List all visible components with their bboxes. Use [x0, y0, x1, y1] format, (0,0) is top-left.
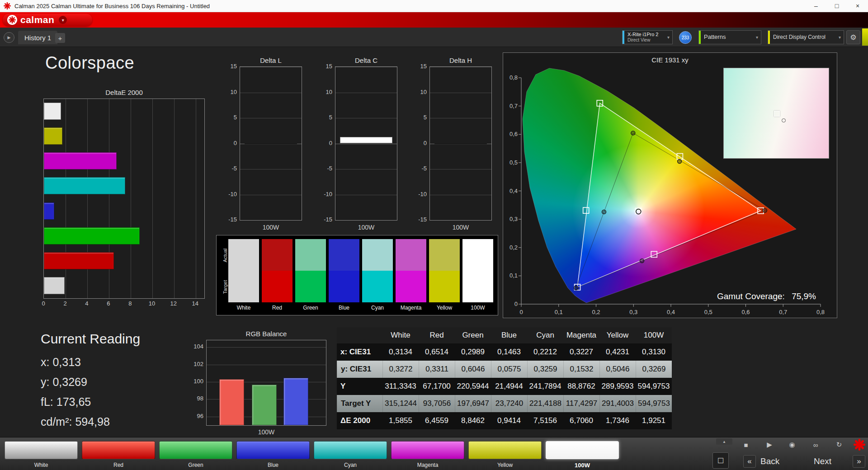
- refresh-icon-button[interactable]: ↻: [833, 440, 845, 450]
- pattern-label: 100W: [546, 462, 619, 469]
- window-title: Calman 2025 Calman Ultimate for Business…: [14, 3, 210, 9]
- deltae2000-chart-title: DeltaE 2000: [43, 89, 205, 96]
- table-cell: 0,3134: [382, 343, 419, 361]
- y-tick-label: 15: [313, 63, 332, 70]
- back-chevron-button[interactable]: «: [743, 455, 756, 468]
- pattern-cyan: Cyan: [314, 441, 387, 468]
- next-chevron-button[interactable]: »: [853, 455, 865, 468]
- swatch-label: Yellow: [429, 305, 460, 311]
- reading-x: x: 0,313: [41, 352, 140, 372]
- pattern-magenta: Magenta: [391, 441, 464, 468]
- table-header-yellow: Yellow: [599, 327, 636, 343]
- actual-swatch-white: [228, 239, 259, 271]
- table-cell: 311,3343: [382, 378, 419, 395]
- delta-c-title: Delta C: [335, 56, 397, 64]
- minimize-button[interactable]: –: [806, 0, 826, 12]
- gridline: [335, 220, 397, 221]
- table-cell: 23,7240: [491, 395, 527, 412]
- cie-x-tick: 0,8: [814, 309, 827, 315]
- table-cell: 1,9251: [636, 412, 672, 429]
- y-tick-label: 10: [218, 89, 237, 95]
- collapse-panel-button[interactable]: ▲: [716, 438, 732, 445]
- next-button[interactable]: Next: [814, 456, 831, 466]
- swatch-label: Magenta: [396, 305, 426, 311]
- page-title: Colorspace: [45, 53, 134, 73]
- pattern-button-red[interactable]: [82, 441, 155, 459]
- y-tick-label: -5: [408, 165, 427, 172]
- delta-c-chart: Delta C 100W 151050-5-10-15: [310, 56, 400, 234]
- table-header-magenta: Magenta: [563, 327, 599, 343]
- table-cell: 315,1244: [382, 395, 419, 412]
- table-cell: 0,1463: [491, 343, 527, 361]
- pattern-yellow: Yellow: [468, 441, 542, 468]
- y-tick-label: -10: [218, 191, 237, 197]
- deltae-bar-blue: [44, 202, 54, 220]
- pattern-button-white[interactable]: [5, 441, 78, 459]
- reading-fl: fL: 173,65: [41, 392, 140, 412]
- reading-cdm2: cd/m²: 594,98: [41, 412, 140, 432]
- meter-dropdown[interactable]: X-Rite i1Pro 2 Direct View ▾: [622, 30, 673, 44]
- actual-target-swatch-strip: ActualTargetWhiteRedGreenBlueCyanMagenta…: [216, 235, 498, 315]
- stop-icon-button[interactable]: ■: [740, 440, 752, 450]
- current-reading-panel: Current Reading x: 0,313 y: 0,3269 fL: 1…: [41, 331, 140, 432]
- add-tab-button[interactable]: +: [55, 33, 65, 43]
- camera-icon-button[interactable]: ◉: [786, 440, 798, 450]
- gridline: [335, 118, 397, 118]
- edge-accent-strip: [862, 28, 868, 46]
- display-control-dropdown[interactable]: Direct Display Control ▾: [768, 30, 844, 44]
- tab-scroll-button[interactable]: ▶: [4, 32, 14, 43]
- patterns-dropdown[interactable]: Patterns ▾: [698, 30, 761, 44]
- actual-swatch-blue: [329, 239, 359, 271]
- gridline: [430, 220, 491, 221]
- pattern-button-blue[interactable]: [236, 441, 310, 459]
- close-button[interactable]: ×: [847, 0, 868, 12]
- workflow-tab-bar: ▶ History 1 + X-Rite i1Pro 2 Direct View…: [0, 28, 868, 47]
- back-button[interactable]: Back: [760, 456, 779, 466]
- target-swatch-magenta: [396, 271, 426, 302]
- cie-1931-chart: CIE 1931 xy Gamut Coverage: 75,9% 00,10,…: [503, 52, 837, 318]
- table-cell: 0,1532: [563, 361, 599, 378]
- pattern-100w: 100W: [546, 441, 619, 469]
- y-tick-label: -15: [408, 216, 427, 223]
- pattern-button-cyan[interactable]: [314, 441, 387, 459]
- current-reading-title: Current Reading: [41, 331, 140, 347]
- pattern-button-green[interactable]: [159, 441, 232, 459]
- deltae-bar-100w: [44, 277, 65, 294]
- table-row: y: CIE310,32720,33110,60460,05750,32590,…: [337, 361, 672, 378]
- swatch-label: Blue: [329, 305, 359, 311]
- table-header-white: White: [382, 327, 419, 343]
- pattern-button-magenta[interactable]: [391, 441, 464, 459]
- y-tick-label: -10: [313, 191, 332, 197]
- pattern-button-yellow[interactable]: [468, 441, 542, 459]
- target-swatch-100w: [462, 271, 493, 302]
- deltae-bar-cyan: [44, 177, 125, 194]
- cie-y-tick: 0,5: [504, 159, 518, 166]
- display-control-label: Direct Display Control: [770, 34, 836, 41]
- pattern-window-button[interactable]: □: [712, 452, 729, 469]
- y-tick-label: 10: [408, 89, 427, 95]
- gridline: [430, 169, 491, 169]
- pattern-button-100w[interactable]: [546, 441, 619, 459]
- table-cell: 289,9593: [599, 378, 636, 395]
- calman-menu-button[interactable]: calman ▾: [3, 14, 92, 26]
- delta-h-chart: Delta H 100W 151050-5-10-15: [404, 56, 495, 234]
- table-cell: 0,2989: [455, 343, 491, 361]
- swatch-column-red: Red: [262, 239, 292, 311]
- tab-history-1[interactable]: History 1: [18, 31, 57, 44]
- rgb-balance-chart: 100W 1041021009896: [185, 340, 330, 437]
- link-icon-button[interactable]: ∞: [809, 440, 822, 450]
- delta-bar-zero: [434, 143, 487, 145]
- settings-gear-button[interactable]: ⚙: [846, 30, 860, 44]
- y-tick-label: 98: [185, 395, 203, 402]
- table-cell: 197,6947: [455, 395, 491, 412]
- table-cell: 7,5156: [527, 412, 563, 429]
- table-header-blue: Blue: [491, 327, 527, 343]
- cie-chart-title: CIE 1931 xy: [503, 56, 837, 64]
- x-tick-label: 12: [168, 300, 179, 307]
- meter-count-badge[interactable]: 233: [679, 31, 692, 44]
- table-cell: 594,9753: [636, 378, 672, 395]
- maximize-button[interactable]: □: [826, 0, 847, 12]
- y-tick-label: 5: [408, 114, 427, 121]
- gridline: [240, 195, 302, 195]
- play-icon-button[interactable]: ▶: [763, 440, 776, 450]
